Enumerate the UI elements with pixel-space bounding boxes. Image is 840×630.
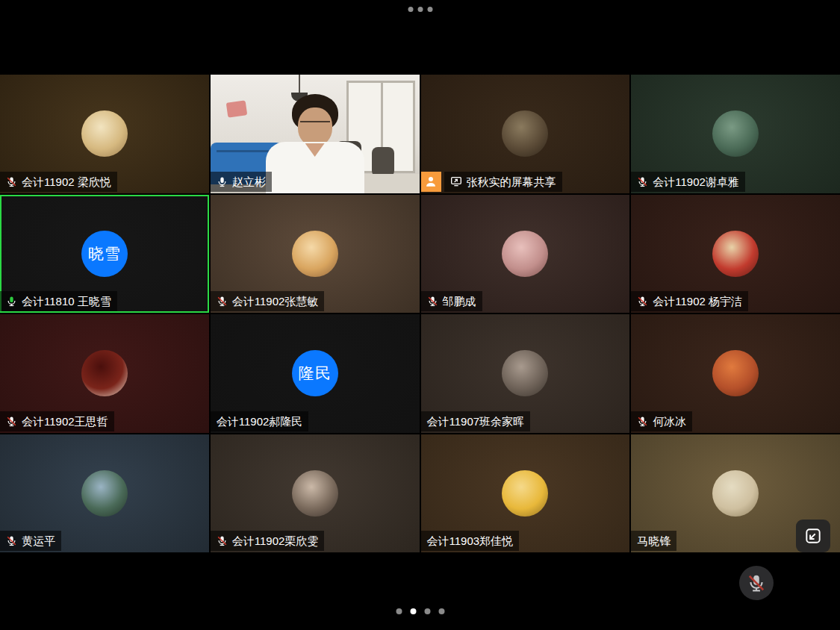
- presenter-badge-icon: [421, 172, 441, 192]
- avatar: [502, 350, 548, 396]
- avatar: [712, 350, 759, 396]
- participant-label-row: 会计11902张慧敏: [211, 291, 325, 311]
- participant-name-label: 赵立彬: [211, 172, 272, 192]
- participant-tile[interactable]: 何冰冰: [631, 314, 840, 433]
- avatar: [712, 470, 759, 517]
- participant-name: 张秋实的屏幕共享: [467, 176, 556, 187]
- page-dot[interactable]: [424, 608, 430, 614]
- page-dot[interactable]: [396, 608, 402, 614]
- mic-status-icon: [427, 296, 438, 307]
- mic-status-icon: [217, 535, 228, 546]
- participant-name-label: 何冰冰: [631, 411, 692, 431]
- handle-dot: [408, 7, 413, 12]
- participant-label-row: 会计11902郝隆民: [211, 411, 309, 431]
- participant-name-label: 会计11902王思哲: [0, 411, 114, 431]
- avatar: [502, 231, 548, 277]
- participant-label-row: 张秋实的屏幕共享: [421, 172, 562, 192]
- avatar: 晓雪: [81, 231, 128, 277]
- participant-grid: 会计11902 梁欣悦: [0, 75, 840, 552]
- mic-status-icon: [6, 535, 17, 546]
- participant-name-label: 张秋实的屏幕共享: [444, 172, 562, 192]
- participant-name-label: 会计11902栗欣雯: [211, 531, 325, 551]
- avatar: [712, 110, 759, 157]
- participant-name: 会计11902 梁欣悦: [22, 176, 111, 187]
- participant-name-label: 黄运平: [0, 531, 61, 551]
- participant-tile[interactable]: 隆民: [211, 314, 420, 433]
- participant-label-row: 会计11902 梁欣悦: [0, 172, 117, 192]
- participant-label-row: 会计11902王思哲: [0, 411, 114, 431]
- participant-name: 会计11907班余家晖: [427, 416, 525, 427]
- participant-label-row: 会计11902 杨宇洁: [631, 291, 748, 311]
- avatar: [292, 231, 338, 277]
- page-dot-active[interactable]: [410, 608, 416, 614]
- exit-screen-share-button[interactable]: [796, 520, 830, 552]
- participant-tile[interactable]: 邹鹏成: [421, 195, 630, 314]
- participant-name-label: 马晓锋: [631, 531, 676, 551]
- participant-name: 会计11902谢卓雅: [653, 176, 739, 187]
- handle-dot: [427, 7, 432, 12]
- participant-tile[interactable]: 会计11902谢卓雅: [631, 75, 840, 193]
- exit-share-icon: [803, 526, 823, 546]
- participant-tile[interactable]: 会计11902张慧敏: [211, 195, 420, 314]
- avatar: [502, 470, 548, 517]
- participant-name-label: 会计11902 梁欣悦: [0, 172, 117, 192]
- participant-tile[interactable]: 会计11902 梁欣悦: [0, 75, 209, 193]
- person-glasses: [300, 121, 330, 130]
- handle-dot: [417, 7, 423, 12]
- gallery-page-indicator[interactable]: [396, 608, 444, 614]
- participant-tile[interactable]: 张秋实的屏幕共享: [421, 75, 630, 193]
- mic-status-icon: [217, 296, 228, 307]
- participant-name: 会计11902栗欣雯: [232, 535, 319, 546]
- participant-tile[interactable]: 黄运平: [0, 434, 209, 553]
- participant-label-row: 赵立彬: [211, 172, 272, 192]
- participant-name: 会计11902王思哲: [22, 416, 108, 427]
- participant-label-row: 会计11907班余家晖: [421, 411, 531, 431]
- participant-tile[interactable]: 会计11902栗欣雯: [211, 434, 420, 553]
- chair: [372, 147, 394, 177]
- participant-tile[interactable]: 会计11903郑佳悦: [421, 434, 630, 553]
- participant-label-row: 邹鹏成: [421, 291, 482, 311]
- participant-name: 黄运平: [22, 535, 55, 546]
- page-dot[interactable]: [438, 608, 444, 614]
- participant-name-label: 会计11902张慧敏: [211, 291, 325, 311]
- participant-label-row: 马晓锋: [631, 531, 676, 551]
- window-handle[interactable]: [408, 7, 432, 12]
- mic-status-icon: [217, 176, 228, 187]
- participant-name-label: 会计11902谢卓雅: [631, 172, 745, 192]
- avatar: [81, 350, 128, 396]
- avatar: [81, 470, 128, 517]
- participant-label-row: 会计11902栗欣雯: [211, 531, 325, 551]
- participant-name: 会计11902张慧敏: [232, 296, 319, 307]
- mute-toggle-button[interactable]: [739, 566, 774, 600]
- participant-name-label: 会计11810 王晓雪: [0, 291, 117, 311]
- participant-name: 马晓锋: [637, 535, 671, 546]
- avatar: [81, 110, 128, 157]
- participant-name: 会计11902 杨宇洁: [653, 296, 742, 307]
- participant-name-label: 会计11903郑佳悦: [421, 531, 520, 551]
- avatar: 隆民: [292, 350, 338, 396]
- mic-status-icon: [6, 176, 17, 187]
- participant-label-row: 黄运平: [0, 531, 61, 551]
- participant-tile[interactable]: 会计11902 杨宇洁: [631, 195, 840, 314]
- participant-name: 会计11810 王晓雪: [22, 296, 111, 307]
- mic-status-icon: [6, 296, 17, 307]
- participant-name-label: 会计11907班余家晖: [421, 411, 531, 431]
- participant-label-row: 会计11810 王晓雪: [0, 291, 117, 311]
- mic-status-icon: [637, 296, 648, 307]
- participant-name: 何冰冰: [653, 416, 686, 427]
- participant-tile[interactable]: 会计11907班余家晖: [421, 314, 630, 433]
- participant-name: 会计11902郝隆民: [217, 416, 303, 427]
- participant-tile[interactable]: 会计11902王思哲: [0, 314, 209, 433]
- avatar: [292, 470, 338, 517]
- avatar: [502, 110, 548, 157]
- screen-share-icon: [450, 175, 462, 187]
- avatar: [712, 231, 759, 277]
- participant-name-label: 会计11902郝隆民: [211, 411, 309, 431]
- participant-tile[interactable]: 赵立彬: [211, 75, 420, 193]
- participant-name-label: 会计11902 杨宇洁: [631, 291, 748, 311]
- wall-art: [225, 100, 247, 117]
- participant-name: 邹鹏成: [443, 296, 476, 307]
- mic-status-icon: [6, 416, 17, 427]
- participant-tile[interactable]: 晓雪: [0, 195, 209, 314]
- meeting-stage: 会计11902 梁欣悦: [0, 0, 840, 630]
